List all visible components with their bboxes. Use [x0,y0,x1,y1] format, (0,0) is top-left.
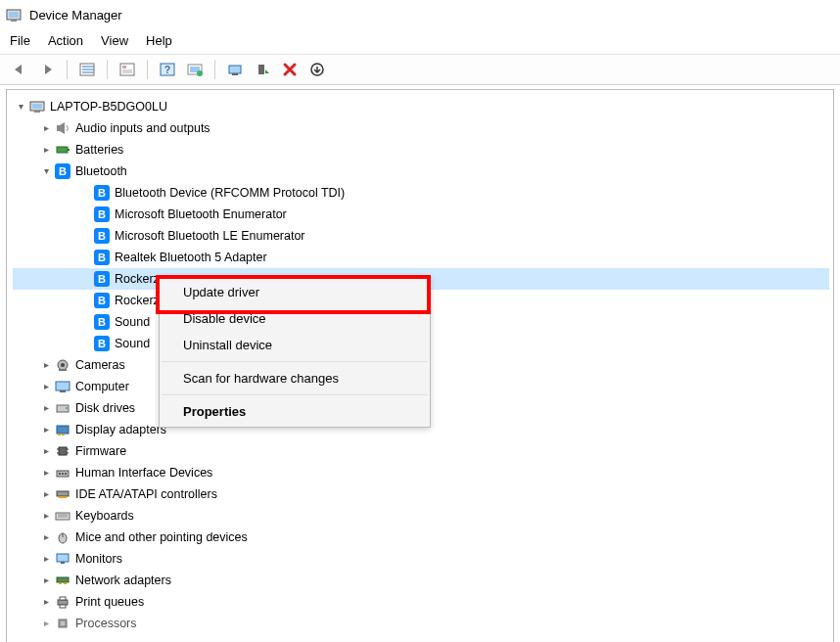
svg-rect-24 [68,149,70,151]
chevron-down-icon[interactable]: ▾ [15,96,26,117]
tree-leaf-label: Rockerz [115,290,160,311]
enable-device-button[interactable] [251,59,274,80]
chevron-right-icon[interactable]: ▸ [40,354,52,376]
tree-node-processors[interactable]: ▸ Processors [13,613,829,634]
tree-node-printers[interactable]: ▸ Print queues [13,591,829,613]
svg-point-15 [197,70,203,76]
computer-icon [28,99,46,115]
ctx-disable-device[interactable]: Disable device [160,305,430,332]
bluetooth-icon: B [93,293,111,308]
chevron-right-icon[interactable]: ▸ [40,376,52,397]
chevron-right-icon[interactable]: ▸ [40,419,52,440]
tree-node-mice[interactable]: ▸ Mice and other pointing devices [13,527,829,548]
ctx-separator [162,361,428,362]
keyboard-icon [54,508,71,524]
tree-node-batteries[interactable]: ▸ Batteries [13,139,829,160]
chevron-right-icon[interactable]: ▸ [40,613,52,634]
menu-view[interactable]: View [101,33,128,48]
tree-node-hid[interactable]: ▸ Human Interface Devices [13,462,829,483]
ctx-update-driver[interactable]: Update driver [160,279,430,305]
svg-rect-21 [32,104,42,109]
menu-help[interactable]: Help [146,33,172,48]
svg-rect-41 [59,473,61,475]
help-button[interactable]: ? [156,59,179,80]
tree-node-label: Audio inputs and outputs [75,117,210,139]
chip-icon [54,443,71,459]
app-icon [6,7,22,23]
svg-rect-34 [62,434,65,436]
toolbar-separator [107,60,108,79]
svg-rect-33 [58,434,61,436]
tree-node-ide[interactable]: ▸ IDE ATA/ATAPI controllers [13,483,829,505]
chevron-right-icon[interactable]: ▸ [40,462,52,483]
tree-node-audio[interactable]: ▸ Audio inputs and outputs [13,117,829,139]
svg-rect-32 [57,426,69,434]
tree-leaf-label: Microsoft Bluetooth Enumerator [115,204,287,225]
tree-node-monitors[interactable]: ▸ Monitors [13,548,829,570]
menu-action[interactable]: Action [48,33,83,48]
tree-node-label: Human Interface Devices [75,462,212,483]
svg-rect-27 [59,369,67,371]
ctx-uninstall-device[interactable]: Uninstall device [160,332,430,358]
tree-leaf-label: Microsoft Bluetooth LE Enumerator [115,225,305,247]
chevron-right-icon[interactable]: ▸ [40,527,52,548]
bluetooth-icon: B [93,250,111,265]
svg-rect-1 [9,12,19,18]
scan-hardware-button[interactable] [183,59,207,80]
back-button[interactable] [8,59,31,80]
svg-rect-18 [258,65,264,74]
tree-node-label: Cameras [75,354,125,376]
tree-root[interactable]: ▾ LAPTOP-B5DGO0LU [13,96,829,117]
toolbar-separator [67,60,68,79]
svg-rect-17 [232,73,238,75]
tree-leaf[interactable]: ▸ B Realtek Bluetooth 5 Adapter [13,247,829,268]
chevron-down-icon[interactable]: ▾ [40,160,52,182]
ctx-properties[interactable]: Properties [160,398,430,425]
svg-rect-54 [59,582,62,584]
chevron-right-icon[interactable]: ▸ [40,591,52,613]
menu-file[interactable]: File [10,33,30,48]
svg-point-26 [61,363,65,367]
tree-leaf[interactable]: ▸ B Microsoft Bluetooth Enumerator [13,204,829,225]
tree-node-label: Batteries [75,139,123,160]
speaker-icon [54,120,71,136]
tree-node-bluetooth[interactable]: ▾ B Bluetooth [13,160,829,182]
tree-leaf[interactable]: ▸ B Bluetooth Device (RFCOMM Protocol TD… [13,182,829,204]
tree-leaf[interactable]: ▸ B Microsoft Bluetooth LE Enumerator [13,225,829,247]
bluetooth-icon: B [93,185,111,201]
ctx-scan-hardware[interactable]: Scan for hardware changes [160,365,430,391]
disable-device-button[interactable] [305,59,329,80]
chevron-right-icon[interactable]: ▸ [40,483,52,505]
svg-rect-2 [11,20,17,22]
svg-rect-58 [60,605,66,608]
tree-node-keyboards[interactable]: ▸ Keyboards [13,505,829,527]
chevron-right-icon[interactable]: ▸ [40,440,52,462]
tree-root-label: LAPTOP-B5DGO0LU [50,96,167,117]
svg-rect-51 [57,554,69,562]
window-title: Device Manager [29,8,824,23]
ide-icon [54,486,71,502]
tree-node-firmware[interactable]: ▸ Firmware [13,440,829,462]
chevron-right-icon[interactable]: ▸ [40,505,52,527]
tree-node-label: Print queues [75,591,144,613]
chevron-right-icon[interactable]: ▸ [40,117,52,139]
chevron-right-icon[interactable]: ▸ [40,570,52,591]
forward-button[interactable] [35,59,59,80]
tree-node-label: Computer [75,376,129,397]
chevron-right-icon[interactable]: ▸ [40,397,52,419]
processor-icon [54,616,71,631]
tree-node-network[interactable]: ▸ Network adapters [13,570,829,591]
monitor-icon [54,379,71,394]
properties-button[interactable] [116,59,139,80]
svg-point-31 [66,407,68,409]
svg-rect-53 [57,577,69,582]
update-driver-button[interactable] [223,59,247,80]
uninstall-device-button[interactable] [278,59,302,80]
chevron-right-icon[interactable]: ▸ [40,139,52,160]
chevron-right-icon[interactable]: ▸ [40,548,52,570]
show-hidden-button[interactable] [75,59,99,80]
battery-icon [54,142,71,158]
svg-rect-60 [61,621,65,625]
tree-node-label: Processors [75,613,137,634]
tree-node-label: Keyboards [75,505,134,527]
